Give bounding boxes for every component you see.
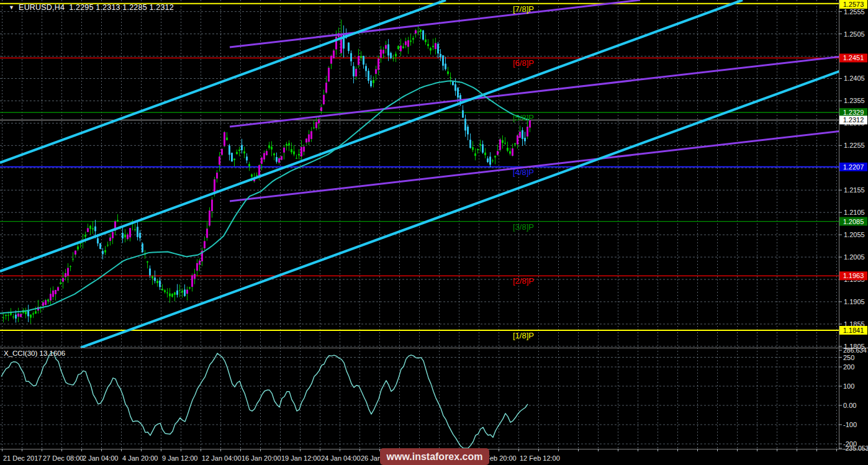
cci-axis-label: -100 bbox=[843, 421, 857, 428]
candle-down bbox=[296, 158, 297, 158]
candle-up bbox=[209, 210, 210, 225]
candle-up bbox=[435, 43, 436, 49]
candle-up bbox=[211, 200, 213, 212]
candle-up bbox=[191, 275, 193, 287]
candle-down bbox=[474, 153, 476, 156]
cci-axis-label: 0.00 bbox=[843, 402, 856, 409]
trendline-cyan-1[interactable] bbox=[0, 0, 446, 163]
time-axis-label: 27 Dec 08:00 bbox=[43, 454, 83, 462]
price-badge-label: 1.1841 bbox=[843, 327, 864, 334]
channel-line-purple-1[interactable] bbox=[230, 0, 640, 47]
candle-down bbox=[387, 44, 389, 55]
cci-axis-label: 250 bbox=[843, 354, 854, 361]
candle-up bbox=[330, 56, 332, 64]
candle-down bbox=[420, 29, 422, 32]
candle-up bbox=[216, 173, 218, 178]
candle-down bbox=[139, 233, 141, 238]
price-axis: 1.25551.25051.24051.23551.23051.22551.21… bbox=[839, 0, 868, 452]
candle-down bbox=[248, 164, 250, 166]
candle-down bbox=[445, 64, 446, 70]
candle-up bbox=[305, 138, 307, 142]
cci-axis-label: -235.0534 bbox=[843, 445, 868, 452]
candle-down bbox=[273, 153, 275, 155]
candle-up bbox=[219, 156, 220, 165]
candle-up bbox=[47, 299, 49, 301]
candle-up bbox=[189, 287, 191, 289]
time-axis-label: 19 Jan 12:00 bbox=[281, 454, 321, 462]
candle-up bbox=[266, 151, 268, 155]
candle-down bbox=[492, 160, 494, 161]
candle-up bbox=[263, 153, 265, 160]
candle-down bbox=[169, 294, 171, 297]
indicator-title: X_CCI(30) 13.1606 bbox=[4, 350, 65, 357]
candle-up bbox=[206, 228, 208, 238]
price-badge-label: 1.2085 bbox=[843, 218, 864, 225]
candle-down bbox=[390, 53, 392, 58]
candle-up bbox=[400, 45, 402, 51]
candle-down bbox=[231, 153, 233, 161]
candle-down bbox=[484, 153, 486, 155]
candle-up bbox=[340, 34, 342, 53]
candle-up bbox=[127, 235, 129, 240]
candle-up bbox=[375, 69, 377, 74]
chart-title: ▼ EURUSD,H4 1.2295 1.2313 1.2285 1.2312 bbox=[9, 3, 174, 12]
trendline-cyan-3[interactable] bbox=[81, 61, 868, 348]
candle-up bbox=[333, 50, 335, 58]
candle-down bbox=[370, 81, 372, 86]
candle-down bbox=[117, 220, 119, 221]
candle-up bbox=[397, 46, 399, 49]
cci-axis-label: 200 bbox=[843, 363, 854, 371]
candle-down bbox=[467, 127, 469, 134]
candle-up bbox=[310, 131, 312, 139]
candle-down bbox=[502, 140, 504, 143]
candle-up bbox=[402, 47, 404, 48]
price-axis-label: 1.1905 bbox=[844, 298, 865, 305]
candle-up bbox=[417, 32, 419, 32]
candle-up bbox=[303, 147, 305, 151]
candle-down bbox=[524, 138, 526, 142]
candle-down bbox=[251, 174, 253, 177]
candle-down bbox=[522, 130, 523, 139]
time-axis-label: 9 Jan 12:00 bbox=[162, 454, 198, 462]
candle-down bbox=[92, 228, 94, 230]
candle-down bbox=[276, 157, 278, 162]
candle-down bbox=[442, 55, 444, 66]
candle-up bbox=[258, 165, 260, 177]
price-axis-label: 1.2355 bbox=[844, 97, 865, 104]
candle-down bbox=[422, 30, 424, 40]
cci-axis-label: 286.6347 bbox=[843, 346, 868, 354]
candle-up bbox=[405, 41, 407, 45]
candle-up bbox=[512, 148, 513, 156]
candle-up bbox=[196, 263, 198, 271]
candle-up bbox=[298, 154, 300, 155]
candle-down bbox=[5, 315, 7, 316]
trendline-cyan-2[interactable] bbox=[0, 0, 743, 271]
candle-up bbox=[382, 50, 384, 53]
chart-canvas[interactable]: [7/8]P[6/8]P[5/8]P[4/8]P[3/8]P[2/8]P[1/8… bbox=[0, 0, 868, 465]
symbol-dropdown-icon[interactable]: ▼ bbox=[9, 4, 14, 11]
candle-up bbox=[313, 127, 315, 128]
candle-up bbox=[67, 268, 69, 276]
candle-up bbox=[499, 139, 501, 150]
candle-up bbox=[224, 132, 225, 147]
candle-up bbox=[432, 46, 434, 47]
candle-down bbox=[142, 243, 143, 252]
candle-up bbox=[527, 127, 528, 137]
price-badge-label: 1.1963 bbox=[843, 272, 864, 279]
candle-up bbox=[104, 250, 106, 253]
candle-up bbox=[479, 144, 481, 145]
candle-up bbox=[281, 156, 283, 160]
candle-up bbox=[174, 292, 176, 295]
candle-down bbox=[489, 156, 491, 165]
candle-down bbox=[291, 149, 292, 152]
murrey-label-48P: [4/8]P bbox=[513, 168, 534, 177]
candle-down bbox=[226, 138, 228, 140]
candle-up bbox=[179, 290, 181, 291]
murrey-label-58P: [5/8]P bbox=[513, 113, 534, 122]
candle-up bbox=[50, 294, 52, 300]
candle-up bbox=[236, 152, 238, 154]
candle-up bbox=[278, 158, 280, 163]
terminal-window: [7/8]P[6/8]P[5/8]P[4/8]P[3/8]P[2/8]P[1/8… bbox=[0, 0, 868, 465]
murrey-label-38P: [3/8]P bbox=[513, 222, 534, 232]
candle-up bbox=[75, 251, 76, 255]
